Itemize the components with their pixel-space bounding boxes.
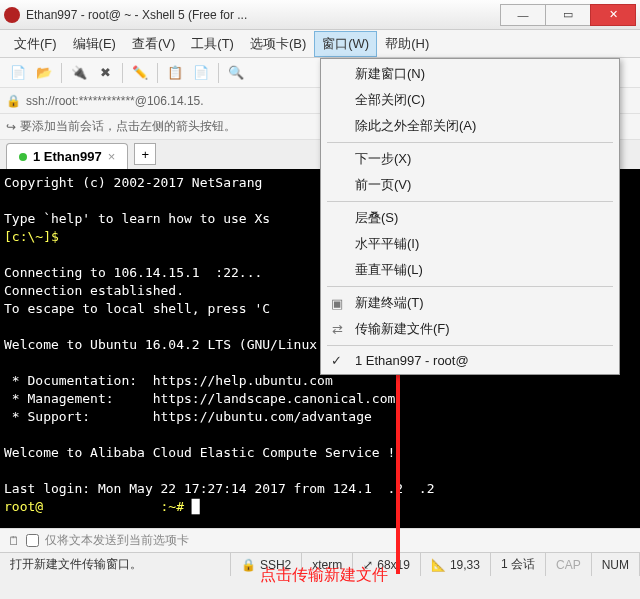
window-controls: — ▭ ✕: [501, 4, 636, 26]
separator: [327, 286, 613, 287]
menu-help[interactable]: 帮助(H): [377, 31, 437, 57]
menu-view[interactable]: 查看(V): [124, 31, 183, 57]
app-icon: [4, 7, 20, 23]
status-hint: 打开新建文件传输窗口。: [0, 553, 231, 576]
menu-window[interactable]: 窗口(W): [314, 31, 377, 57]
close-button[interactable]: ✕: [590, 4, 636, 26]
send-label: 仅将文本发送到当前选项卡: [45, 532, 189, 549]
separator: [61, 63, 62, 83]
new-session-icon[interactable]: 📄: [6, 61, 30, 85]
menu-tabs[interactable]: 选项卡(B): [242, 31, 314, 57]
term-line: Connection established.: [4, 283, 184, 298]
term-line: * Support: https://ubuntu.com/advantage: [4, 409, 372, 424]
reconnect-icon[interactable]: 🔌: [67, 61, 91, 85]
status-dot-icon: [19, 153, 27, 161]
term-line: * Documentation: https://help.ubuntu.com: [4, 373, 333, 388]
term-line: Connecting to 106.14.15.1 :22...: [4, 265, 262, 280]
menu-tools[interactable]: 工具(T): [183, 31, 242, 57]
term-line: Copyright (c) 2002-2017 NetSarang: [4, 175, 270, 190]
menu-new-window[interactable]: 新建窗口(N): [321, 61, 619, 87]
menu-prev[interactable]: 前一页(V): [321, 172, 619, 198]
menubar: 文件(F) 编辑(E) 查看(V) 工具(T) 选项卡(B) 窗口(W) 帮助(…: [0, 30, 640, 58]
menu-tile-h[interactable]: 水平平铺(I): [321, 231, 619, 257]
menu-close-others[interactable]: 除此之外全部关闭(A): [321, 113, 619, 139]
separator: [122, 63, 123, 83]
separator: [218, 63, 219, 83]
term-prompt: [c:\~]$: [4, 229, 59, 244]
properties-icon[interactable]: ✏️: [128, 61, 152, 85]
term-line: Type `help' to learn how to use Xs: [4, 211, 270, 226]
menu-file[interactable]: 文件(F): [6, 31, 65, 57]
window-menu-dropdown: 新建窗口(N) 全部关闭(C) 除此之外全部关闭(A) 下一步(X) 前一页(V…: [320, 58, 620, 375]
annotation-text: 点击传输新建文件: [260, 565, 388, 586]
term-line: To escape to local shell, press 'C: [4, 301, 270, 316]
separator: [327, 345, 613, 346]
menu-new-transfer[interactable]: ⇄传输新建文件(F): [321, 316, 619, 342]
hint-text: 要添加当前会话，点击左侧的箭头按钮。: [20, 118, 236, 135]
tab-add-button[interactable]: +: [134, 143, 156, 165]
minimize-button[interactable]: —: [500, 4, 546, 26]
term-prompt: root@ :~#: [4, 499, 192, 514]
separator: [157, 63, 158, 83]
separator: [327, 201, 613, 202]
open-icon[interactable]: 📂: [32, 61, 56, 85]
status-sessions: 1 会话: [491, 553, 546, 576]
term-line: Welcome to Alibaba Cloud Elastic Compute…: [4, 445, 395, 460]
find-icon[interactable]: 🔍: [224, 61, 248, 85]
disconnect-icon[interactable]: ✖: [93, 61, 117, 85]
sendbar: 🗒 仅将文本发送到当前选项卡: [0, 528, 640, 552]
menu-cascade[interactable]: 层叠(S): [321, 205, 619, 231]
separator: [327, 142, 613, 143]
menu-edit[interactable]: 编辑(E): [65, 31, 124, 57]
send-icon: 🗒: [8, 534, 20, 548]
tab-label: 1 Ethan997: [33, 149, 102, 164]
term-line: Last login: Mon May 22 17:27:14 2017 fro…: [4, 481, 434, 496]
tab-close-icon[interactable]: ×: [108, 149, 116, 164]
hint-icon: ↪: [6, 120, 16, 134]
address-text[interactable]: ssh://root:************@106.14.15.: [26, 94, 204, 108]
menu-new-terminal[interactable]: ▣新建终端(T): [321, 290, 619, 316]
status-num: NUM: [592, 553, 640, 576]
status-cap: CAP: [546, 553, 592, 576]
titlebar: Ethan997 - root@ ~ - Xshell 5 (Free for …: [0, 0, 640, 30]
menu-tile-v[interactable]: 垂直平铺(L): [321, 257, 619, 283]
paste-icon[interactable]: 📄: [189, 61, 213, 85]
tab-session[interactable]: 1 Ethan997 ×: [6, 143, 128, 169]
maximize-button[interactable]: ▭: [545, 4, 591, 26]
window-title: Ethan997 - root@ ~ - Xshell 5 (Free for …: [26, 8, 501, 22]
lock-icon: 🔒: [6, 94, 20, 108]
annotation-arrow: [396, 356, 400, 574]
menu-next[interactable]: 下一步(X): [321, 146, 619, 172]
copy-icon[interactable]: 📋: [163, 61, 187, 85]
status-pos: 📐 19,33: [421, 553, 491, 576]
transfer-icon: ⇄: [329, 321, 345, 337]
menu-close-all[interactable]: 全部关闭(C): [321, 87, 619, 113]
term-line: * Management: https://landscape.canonica…: [4, 391, 395, 406]
send-current-tab-checkbox[interactable]: [26, 534, 39, 547]
terminal-icon: ▣: [329, 295, 345, 311]
menu-session-entry[interactable]: 1 Ethan997 - root@: [321, 349, 619, 372]
